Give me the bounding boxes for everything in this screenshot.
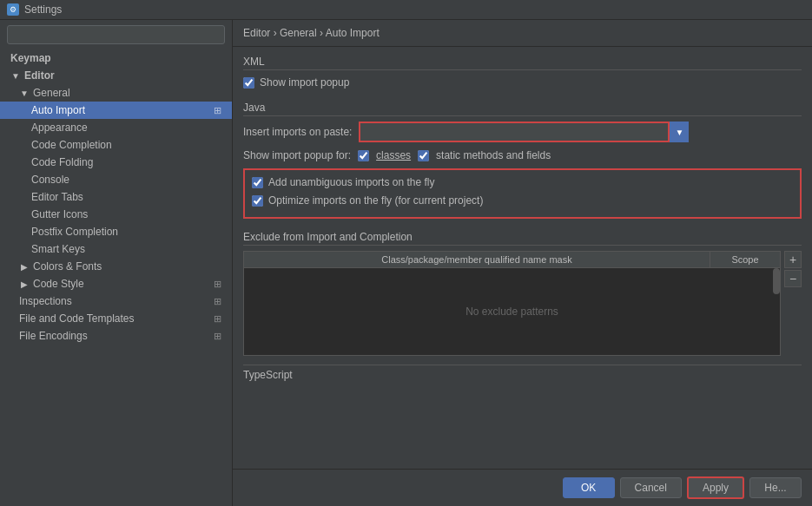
sidebar-item-auto-import[interactable]: Auto Import ⊞: [0, 102, 232, 119]
smart-keys-label: Smart Keys: [31, 243, 85, 255]
insert-imports-row: Insert imports on paste: All ▼: [243, 122, 802, 142]
show-import-popup-label: Show import popup for:: [243, 149, 351, 161]
sidebar-item-keymap[interactable]: Keymap: [0, 49, 232, 67]
optimize-imports-checkbox[interactable]: [252, 195, 263, 207]
colors-fonts-label: Colors & Fonts: [33, 260, 102, 273]
file-encodings-icon: ⊞: [214, 331, 221, 342]
code-style-label: Code Style: [33, 278, 84, 290]
ok-button[interactable]: OK: [563, 477, 615, 498]
insert-imports-label: Insert imports on paste:: [243, 126, 352, 138]
search-input[interactable]: [7, 25, 225, 44]
sidebar-item-editor-tabs[interactable]: Editor Tabs: [0, 188, 232, 206]
breadcrumb: Editor › General › Auto Import: [233, 20, 812, 47]
show-import-popup-row: Show import popup for: classes static me…: [243, 149, 802, 161]
sidebar-item-colors-fonts[interactable]: ▶ Colors & Fonts: [0, 258, 232, 275]
classes-checkbox[interactable]: [358, 150, 369, 161]
console-label: Console: [31, 174, 69, 186]
sidebar-item-code-folding[interactable]: Code Folding: [0, 154, 232, 171]
exclude-table-body[interactable]: No exclude patterns: [244, 268, 780, 355]
editor-arrow: ▼: [10, 70, 21, 81]
sidebar-item-general[interactable]: ▼ General: [0, 84, 232, 102]
cancel-button[interactable]: Cancel: [620, 477, 682, 498]
appearance-label: Appearance: [31, 122, 88, 134]
sidebar-item-console[interactable]: Console: [0, 171, 232, 188]
general-arrow: ▼: [19, 88, 30, 98]
xml-show-import-label[interactable]: Show import popup: [260, 76, 349, 89]
file-code-templates-icon: ⊞: [214, 313, 221, 325]
remove-exclude-btn[interactable]: −: [784, 270, 802, 287]
sidebar: Keymap ▼ Editor ▼ General Auto Import ⊞: [0, 20, 233, 506]
file-code-templates-label: File and Code Templates: [19, 312, 135, 325]
code-folding-label: Code Folding: [31, 156, 93, 168]
apply-button[interactable]: Apply: [687, 476, 744, 499]
sidebar-item-file-encodings[interactable]: File Encodings ⊞: [0, 327, 232, 345]
auto-import-label: Auto Import: [31, 104, 85, 116]
exclude-table-header: Class/package/member qualified name mask…: [244, 252, 780, 268]
general-label: General: [33, 87, 70, 99]
java-section: Java Insert imports on paste: All ▼ Show…: [243, 102, 802, 219]
optimize-imports-row: Optimize imports on the fly (for current…: [252, 194, 793, 207]
xml-section-label: XML: [243, 56, 802, 70]
editor-tabs-label: Editor Tabs: [31, 191, 83, 203]
inspections-icon: ⊞: [214, 296, 221, 307]
add-unambiguous-checkbox[interactable]: [252, 177, 263, 188]
add-unambiguous-label[interactable]: Add unambiguous imports on the fly: [268, 176, 434, 188]
sidebar-item-postfix-completion[interactable]: Postfix Completion: [0, 223, 232, 240]
exclude-section-label: Exclude from Import and Completion: [243, 231, 802, 246]
auto-import-icon: ⊞: [214, 105, 221, 116]
highlighted-checkboxes-box: Add unambiguous imports on the fly Optim…: [243, 168, 802, 219]
file-encodings-label: File Encodings: [19, 330, 88, 342]
code-style-arrow: ▶: [19, 279, 30, 289]
inspections-label: Inspections: [19, 295, 72, 307]
col-scope-header: Scope: [710, 252, 780, 267]
sidebar-item-file-code-templates[interactable]: File and Code Templates ⊞: [0, 310, 232, 327]
title-text: Settings: [24, 3, 62, 16]
xml-section: XML Show import popup: [243, 56, 802, 89]
xml-show-import-checkbox[interactable]: [243, 77, 254, 89]
java-section-label: Java: [243, 102, 802, 116]
right-panel: Editor › General › Auto Import XML Show …: [233, 20, 812, 506]
exclude-table: Class/package/member qualified name mask…: [243, 251, 781, 356]
sidebar-tree: Keymap ▼ Editor ▼ General Auto Import ⊞: [0, 49, 232, 506]
sidebar-item-inspections[interactable]: Inspections ⊞: [0, 292, 232, 310]
static-methods-label[interactable]: static methods and fields: [436, 149, 551, 161]
bottom-bar: OK Cancel Apply He...: [233, 469, 812, 506]
title-bar: ⚙ Settings: [0, 0, 812, 20]
settings-icon: ⚙: [7, 3, 19, 16]
postfix-completion-label: Postfix Completion: [31, 226, 118, 238]
optimize-imports-label[interactable]: Optimize imports on the fly (for current…: [268, 194, 483, 207]
editor-label: Editor: [24, 69, 55, 82]
no-patterns-text: No exclude patterns: [465, 306, 558, 318]
insert-imports-dropdown-btn[interactable]: ▼: [670, 122, 689, 142]
insert-imports-input[interactable]: All: [359, 122, 670, 142]
settings-window: ⚙ Settings Keymap ▼ Editor ▼ General: [0, 0, 812, 506]
classes-label[interactable]: classes: [376, 149, 411, 161]
colors-fonts-arrow: ▶: [19, 261, 30, 272]
exclude-side-buttons: + −: [784, 251, 802, 287]
xml-show-import-row: Show import popup: [243, 76, 802, 89]
scrollbar-thumb: [773, 268, 780, 294]
sidebar-item-editor[interactable]: ▼ Editor: [0, 67, 232, 84]
sidebar-item-code-completion[interactable]: Code Completion: [0, 136, 232, 154]
breadcrumb-text: Editor › General › Auto Import: [243, 27, 380, 39]
sidebar-item-smart-keys[interactable]: Smart Keys: [0, 240, 232, 258]
sidebar-item-code-style[interactable]: ▶ Code Style ⊞: [0, 275, 232, 292]
add-unambiguous-row: Add unambiguous imports on the fly: [252, 175, 793, 189]
code-completion-label: Code Completion: [31, 139, 112, 151]
gutter-icons-label: Gutter Icons: [31, 208, 88, 220]
panel-content: XML Show import popup Java Insert import…: [233, 47, 812, 469]
sidebar-item-gutter-icons[interactable]: Gutter Icons: [0, 206, 232, 223]
static-methods-checkbox[interactable]: [418, 150, 429, 161]
sidebar-item-appearance[interactable]: Appearance: [0, 119, 232, 136]
scrollbar[interactable]: [773, 268, 780, 355]
add-exclude-btn[interactable]: +: [784, 251, 802, 268]
help-button[interactable]: He...: [749, 477, 802, 498]
code-style-icon: ⊞: [214, 279, 221, 290]
col-name-header: Class/package/member qualified name mask: [244, 252, 710, 267]
exclude-section: Exclude from Import and Completion Class…: [243, 231, 802, 356]
keymap-label: Keymap: [10, 52, 51, 64]
typescript-label: TypeScript: [243, 365, 802, 381]
exclude-table-row: Class/package/member qualified name mask…: [243, 251, 802, 356]
dropdown-container: All ▼: [359, 122, 689, 142]
classes-underlined: classes: [376, 149, 411, 161]
